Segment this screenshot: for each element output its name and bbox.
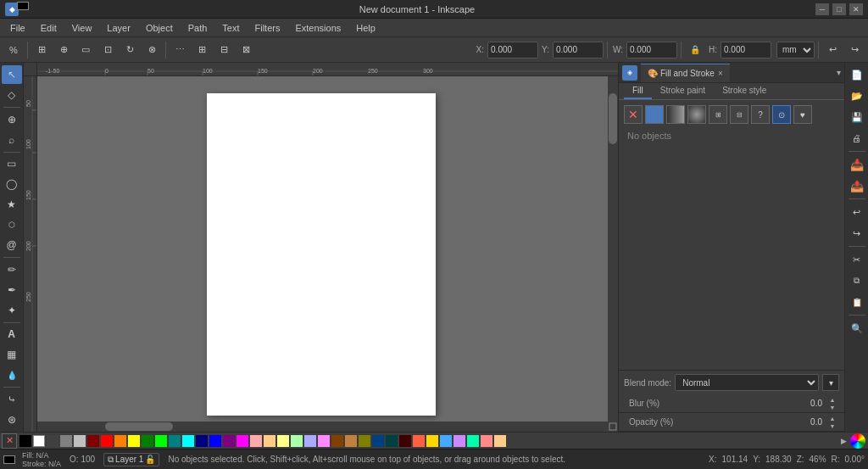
close-button[interactable]: ✕: [849, 3, 863, 15]
color-swatch-lightpink[interactable]: [250, 435, 262, 447]
open-doc-button[interactable]: 📂: [847, 86, 867, 106]
color-swatch-darkteal[interactable]: [169, 435, 181, 447]
import-button[interactable]: 📥: [847, 154, 867, 175]
blend-mode-select[interactable]: Normal Multiply Screen Overlay: [675, 374, 819, 391]
horizontal-scrollbar[interactable]: [37, 422, 608, 432]
star-tool[interactable]: ★: [2, 195, 22, 214]
save-doc-button[interactable]: 💾: [847, 107, 867, 127]
color-swatch-mint[interactable]: [467, 435, 479, 447]
blur-spinner[interactable]: ▲▼: [826, 395, 839, 412]
menu-extensions[interactable]: Extensions: [288, 21, 348, 35]
pen-tool[interactable]: ✒: [2, 281, 22, 299]
tweak-tool[interactable]: ⊕: [2, 110, 22, 129]
redo-toolbar-button[interactable]: ↪: [844, 40, 865, 60]
paint-extra-button[interactable]: ♥: [793, 105, 812, 124]
node-tool[interactable]: ◇: [2, 86, 22, 104]
menu-path[interactable]: Path: [181, 21, 214, 35]
color-swatch-darkblue[interactable]: [196, 435, 208, 447]
color-swatch-darkgray[interactable]: [47, 435, 58, 447]
new-doc-button[interactable]: 📄: [847, 64, 867, 85]
color-swatch-gold[interactable]: [426, 435, 438, 447]
menu-text[interactable]: Text: [215, 21, 246, 35]
color-swatch-gray[interactable]: [60, 435, 72, 447]
palette-scroll-button[interactable]: ▶: [837, 433, 849, 449]
copy-side-button[interactable]: ⧉: [847, 271, 867, 291]
snap-guide-button[interactable]: ⊟: [214, 40, 234, 60]
menu-edit[interactable]: Edit: [34, 21, 64, 35]
unset-paint-button[interactable]: ⊙: [772, 105, 791, 124]
redo-side-button[interactable]: ↪: [847, 223, 867, 243]
x-input[interactable]: [487, 42, 538, 59]
vertical-scrollbar[interactable]: [608, 76, 618, 422]
snap-nodes-button[interactable]: ⊕: [53, 40, 74, 60]
pattern-button[interactable]: ⊞: [709, 105, 727, 124]
color-swatch-purple[interactable]: [223, 435, 235, 447]
rect-tool[interactable]: ▭: [2, 154, 22, 173]
dropper-tool[interactable]: 💧: [2, 366, 22, 384]
snap-midpoints-button[interactable]: ⊡: [97, 40, 118, 60]
color-swatch-salmon[interactable]: [481, 435, 492, 447]
unknown-paint-button[interactable]: ?: [751, 105, 770, 124]
color-swatch-maroon2[interactable]: [399, 435, 411, 447]
undo-toolbar-button[interactable]: ↩: [822, 40, 843, 60]
color-swatch-lightorange[interactable]: [264, 435, 275, 447]
color-swatch-coral[interactable]: [413, 435, 425, 447]
snap-enable-button[interactable]: %: [3, 40, 24, 60]
paste-side-button[interactable]: 📋: [847, 292, 867, 312]
color-swatch-green[interactable]: [155, 435, 167, 447]
panel-menu-button[interactable]: ▾: [837, 68, 841, 77]
color-swatch-lightgreen[interactable]: [291, 435, 303, 447]
snap-object-button[interactable]: ⊠: [236, 40, 256, 60]
color-swatch-peach[interactable]: [494, 435, 506, 447]
menu-layer[interactable]: Layer: [100, 21, 137, 35]
color-swatch-black[interactable]: [19, 435, 31, 447]
color-swatch-darkred[interactable]: [87, 435, 99, 447]
text-tool[interactable]: A: [2, 326, 22, 344]
color-swatch-navy[interactable]: [372, 435, 384, 447]
y-input[interactable]: [553, 42, 604, 59]
color-swatch-darkgreen[interactable]: [142, 435, 153, 447]
color-wheel-button[interactable]: [850, 433, 865, 449]
menu-view[interactable]: View: [65, 21, 99, 35]
color-swatch-orange[interactable]: [114, 435, 126, 447]
fill-stroke-tab[interactable]: 🎨 Fill and Stroke ×: [641, 64, 730, 82]
cut-side-button[interactable]: ✂: [847, 249, 867, 270]
color-swatch-lightblue[interactable]: [304, 435, 316, 447]
color-swatch-teal2[interactable]: [386, 435, 398, 447]
snap-grid-button[interactable]: ⊞: [192, 40, 212, 60]
blend-mode-dropdown[interactable]: ▾: [822, 374, 839, 391]
menu-object[interactable]: Object: [139, 21, 180, 35]
color-swatch-tan[interactable]: [345, 435, 357, 447]
h-input[interactable]: [721, 42, 771, 59]
color-swatch-skyblue[interactable]: [440, 435, 452, 447]
color-swatch-lightgray[interactable]: [74, 435, 86, 447]
spiral-tool[interactable]: @: [2, 236, 22, 254]
zoom-in-side-button[interactable]: 🔍: [847, 318, 867, 338]
snap-bbox-button[interactable]: ▭: [75, 40, 96, 60]
opacity-spinner[interactable]: ▲▼: [826, 414, 839, 431]
zoom-tool[interactable]: ⌕: [2, 131, 22, 149]
calligraphy-tool[interactable]: ✦: [2, 301, 22, 320]
no-paint-button[interactable]: ✕: [624, 105, 643, 124]
layer-button[interactable]: ⧉ Layer 1 🔓: [103, 453, 159, 466]
tab-fill[interactable]: Fill: [624, 83, 652, 99]
minimize-button[interactable]: ─: [815, 3, 829, 15]
color-swatch-lightyellow[interactable]: [277, 435, 289, 447]
color-swatch-cyan[interactable]: [182, 435, 194, 447]
color-swatch-lavender[interactable]: [453, 435, 465, 447]
w-input[interactable]: [626, 42, 677, 59]
vertical-scrollbar-thumb[interactable]: [609, 93, 617, 144]
menu-filters[interactable]: Filters: [248, 21, 287, 35]
pencil-tool[interactable]: ✏: [2, 260, 22, 279]
remove-color-button[interactable]: ✕: [2, 433, 17, 449]
color-swatch-pink[interactable]: [318, 435, 330, 447]
swatch-button[interactable]: ⊟: [730, 105, 748, 124]
tab-stroke-style[interactable]: Stroke style: [714, 83, 775, 99]
color-swatch-white[interactable]: [33, 435, 45, 447]
print-doc-button[interactable]: 🖨: [847, 128, 867, 148]
canvas-document[interactable]: [37, 76, 618, 432]
zoom-fit-button[interactable]: ⊞: [31, 40, 52, 60]
gradient-tool[interactable]: ▦: [2, 345, 22, 364]
color-swatch-blue[interactable]: [209, 435, 221, 447]
flat-color-button[interactable]: [645, 105, 664, 124]
